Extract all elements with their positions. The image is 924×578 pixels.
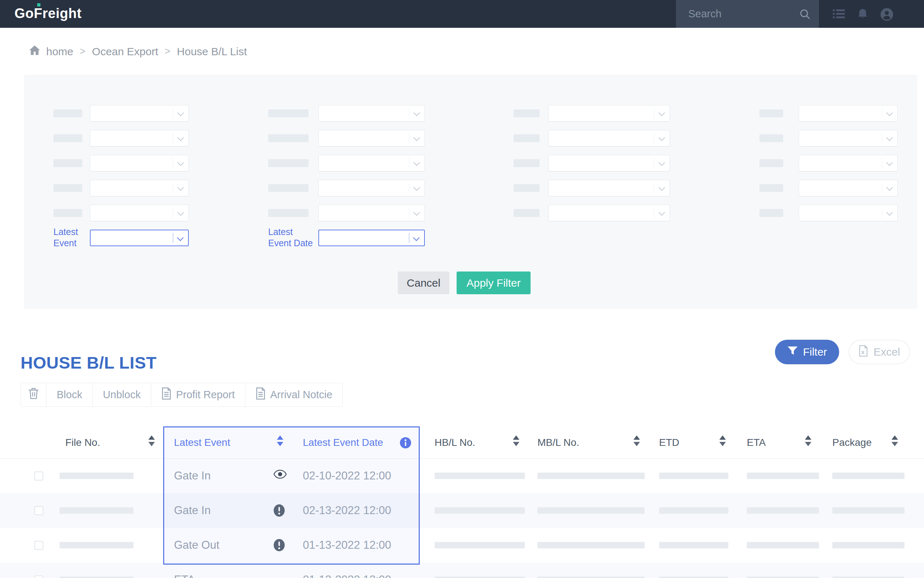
block-button[interactable]: Block <box>46 383 92 406</box>
account-avatar-icon[interactable] <box>880 7 894 23</box>
row-checkbox[interactable] <box>34 471 43 481</box>
breadcrumb-home[interactable]: home <box>46 45 73 58</box>
table-row[interactable]: ETA 01-13-2022 12:00 <box>0 562 924 578</box>
menu-list-icon[interactable] <box>832 7 846 22</box>
eye-icon[interactable] <box>273 469 287 481</box>
top-navbar: GoFreight <box>0 0 924 28</box>
sort-icon[interactable] <box>892 435 898 446</box>
table-row[interactable]: Gate In 02-10-2022 12:00 <box>0 458 924 493</box>
latest-event-cell: Gate In <box>174 458 211 493</box>
filter-select[interactable] <box>318 180 425 196</box>
sort-icon[interactable] <box>148 435 155 446</box>
skeleton-bar <box>537 542 645 549</box>
filter-field-skeleton-label <box>759 159 783 167</box>
row-checkbox[interactable] <box>34 541 43 550</box>
filter-select[interactable] <box>318 130 425 146</box>
latest-event-cell: Gate Out <box>174 528 219 562</box>
filter-field-skeleton-label <box>53 109 82 117</box>
column-header-package[interactable]: Package <box>832 427 872 458</box>
breadcrumb-separator: > <box>164 46 171 57</box>
filter-select[interactable] <box>548 130 670 146</box>
sort-icon[interactable] <box>277 435 283 446</box>
filter-select[interactable] <box>799 105 898 122</box>
filter-select[interactable] <box>799 180 898 196</box>
sort-icon[interactable] <box>513 435 519 446</box>
skeleton-bar <box>659 507 728 514</box>
filter-select[interactable] <box>799 130 898 146</box>
column-header-mbl-no[interactable]: MB/L No. <box>537 427 579 458</box>
column-header-file-no[interactable]: File No. <box>65 427 100 458</box>
filter-field-skeleton-label <box>268 134 309 142</box>
filter-field-skeleton-label <box>759 134 783 142</box>
column-header-latest-event[interactable]: Latest Event <box>174 427 230 458</box>
column-header-etd[interactable]: ETD <box>659 427 679 458</box>
sort-icon[interactable] <box>719 435 726 446</box>
filter-select[interactable] <box>90 130 189 146</box>
breadcrumb: home > Ocean Export > House B/L List <box>29 45 247 58</box>
filter-select[interactable] <box>318 105 425 122</box>
alert-icon[interactable] <box>273 504 285 518</box>
filter-select[interactable] <box>548 155 670 172</box>
filter-select[interactable] <box>318 205 425 221</box>
apply-filter-button[interactable]: Apply Filter <box>457 271 530 294</box>
filter-field-skeleton-label <box>514 134 540 142</box>
filter-field-skeleton-label <box>514 209 540 217</box>
table-row[interactable]: Gate In 02-13-2022 12:00 <box>0 493 924 528</box>
column-header-eta[interactable]: ETA <box>747 427 765 458</box>
profit-report-button[interactable]: Profit Report <box>151 383 245 406</box>
search-input[interactable] <box>676 0 807 28</box>
filter-field-skeleton-label <box>268 184 309 192</box>
breadcrumb-separator: > <box>79 46 86 57</box>
delete-button[interactable] <box>21 383 46 406</box>
notifications-bell-icon[interactable] <box>856 7 869 23</box>
cancel-button[interactable]: Cancel <box>398 271 449 294</box>
row-checkbox[interactable] <box>34 506 43 515</box>
row-checkbox[interactable] <box>34 575 43 578</box>
sort-icon[interactable] <box>805 435 811 446</box>
column-header-latest-event-date[interactable]: Latest Event Date <box>303 427 383 458</box>
latest-event-select[interactable] <box>90 230 189 246</box>
unblock-button[interactable]: Unblock <box>92 383 151 406</box>
document-icon <box>256 387 266 402</box>
filter-select[interactable] <box>799 205 898 221</box>
skeleton-bar <box>537 576 645 578</box>
skeleton-bar <box>659 576 728 578</box>
excel-export-button[interactable]: x Excel <box>849 340 910 364</box>
filter-select[interactable] <box>548 105 670 122</box>
home-icon[interactable] <box>29 45 41 58</box>
filter-field-skeleton-label <box>53 134 82 142</box>
latest-event-date-cell: 01-13-2022 12:00 <box>303 562 391 578</box>
search-icon[interactable] <box>799 8 811 22</box>
info-icon[interactable] <box>400 437 411 450</box>
alert-icon[interactable] <box>273 539 285 553</box>
breadcrumb-house-bl-list: House B/L List <box>177 45 247 58</box>
breadcrumb-ocean-export[interactable]: Ocean Export <box>92 45 158 58</box>
arrival-notice-button[interactable]: Arrival Notcie <box>245 383 342 406</box>
latest-event-label: Latest Event <box>53 226 78 249</box>
sort-icon[interactable] <box>634 435 640 446</box>
filter-field-skeleton-label <box>268 209 309 217</box>
skeleton-bar <box>747 507 819 514</box>
table-row[interactable]: Gate Out 01-13-2022 12:00 <box>0 528 924 562</box>
latest-event-date-select[interactable] <box>318 230 425 246</box>
bulk-actions-toolbar: Block Unblock Profit Report Arrival Not <box>21 383 343 407</box>
latest-event-cell: Gate In <box>174 493 211 528</box>
filter-select[interactable] <box>90 205 189 221</box>
filter-select[interactable] <box>548 180 670 196</box>
filter-field-skeleton-label <box>268 109 309 117</box>
filter-select[interactable] <box>90 105 189 122</box>
column-header-hbl-no[interactable]: HB/L No. <box>434 427 475 458</box>
app-logo[interactable]: GoFreight <box>15 6 81 21</box>
filter-select[interactable] <box>90 180 189 196</box>
filter-select[interactable] <box>548 205 670 221</box>
filter-select[interactable] <box>318 155 425 172</box>
excel-button-label: Excel <box>874 346 900 358</box>
filter-select[interactable] <box>799 155 898 172</box>
skeleton-bar <box>747 576 819 578</box>
filter-select[interactable] <box>90 155 189 172</box>
filter-field-skeleton-label <box>53 209 82 217</box>
filter-button[interactable]: Filter <box>775 340 839 364</box>
filter-button-label: Filter <box>803 346 827 358</box>
skeleton-bar <box>434 507 525 514</box>
skeleton-bar <box>60 472 133 479</box>
